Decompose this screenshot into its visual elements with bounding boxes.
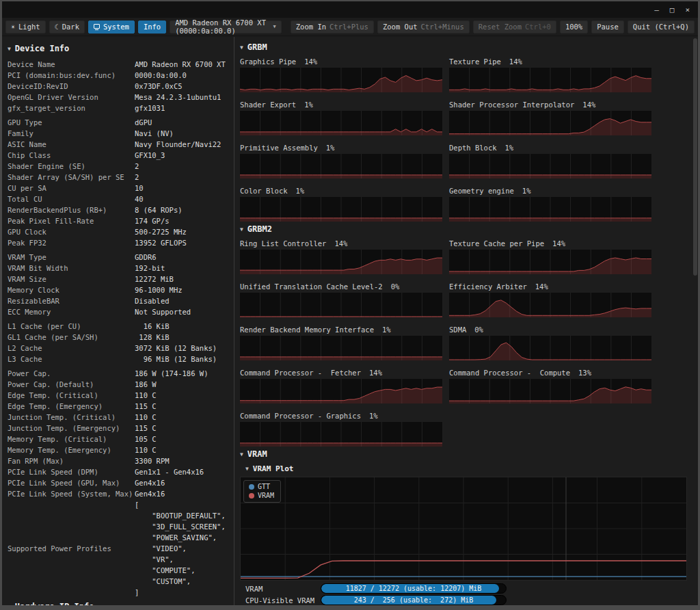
chart-value: 1% — [522, 187, 531, 195]
device-info-label: Peak FP32 — [8, 237, 135, 248]
section-title: GRBM2 — [247, 224, 272, 234]
chart-value: 0% — [391, 282, 400, 291]
device-info-value: Not Supported — [135, 306, 191, 317]
sparkline-chart — [240, 111, 442, 135]
minimize-icon[interactable]: — — [654, 6, 659, 14]
scrollbar[interactable] — [693, 38, 697, 604]
device-info-value: 115 C — [135, 423, 157, 434]
vram-plot-header[interactable]: ▼ VRAM Plot — [245, 464, 691, 473]
device-info-value: GFX10_3 — [135, 150, 165, 161]
vram-header[interactable]: ▼ VRAM — [240, 449, 691, 459]
chart-label-row: Ring List Controller14% — [240, 239, 442, 248]
device-info-row: CU per SA10 — [8, 183, 231, 194]
usage-bar-track: 243 / 256 (usable: 272) MiB — [321, 595, 507, 605]
button-shortcut: Ctrl+Plus — [329, 23, 368, 31]
device-info-row: OpenGL Driver VersionMesa 24.2.3-1ubuntu… — [8, 92, 231, 103]
legend-item-gtt[interactable]: GTT — [249, 483, 274, 490]
scrollbar-thumb[interactable] — [693, 38, 697, 276]
device-info-table: Device NameAMD Radeon RX 6700 XTPCI (dom… — [8, 59, 231, 598]
vram-plot-canvas — [241, 477, 686, 583]
quit-button[interactable]: Quit (Ctrl+Q) — [628, 21, 695, 34]
chart-value: 1% — [296, 187, 305, 195]
device-info-row: PCIe Link Speed (GPU, Max)Gen4x16 — [8, 477, 231, 488]
device-info-row: Junction Temp. (Emergency)115 C — [8, 423, 231, 434]
tab-info[interactable]: Info — [138, 21, 166, 34]
sparkline-chart — [449, 68, 651, 92]
metric-chart-texture-pipe: Texture Pipe14% — [449, 57, 651, 92]
pause-button[interactable]: Pause — [591, 21, 624, 34]
device-info-value: 10 — [135, 183, 144, 194]
device-info-value: 96 MiB (12 Banks) — [135, 354, 217, 364]
device-info-label: Edge Temp. (Emergency) — [8, 401, 135, 412]
theme-button-dark[interactable]: ☾Dark — [49, 21, 85, 34]
sparkline-chart — [449, 111, 651, 135]
usage-row-cpu-visible-vram: CPU-Visible VRAM243 / 256 (usable: 272) … — [245, 594, 691, 605]
metric-chart-color-block: Color Block1% — [240, 187, 442, 222]
device-info-label: L2 Cache — [8, 343, 135, 354]
legend-item-vram[interactable]: VRAM — [249, 492, 274, 499]
device-info-label: VRAM Bit Width — [8, 263, 135, 274]
hardware-ip-info-header[interactable]: ▸ Hardware IP Info — [8, 602, 231, 605]
device-info-row: Shader Array (SA/SH) per SE2 — [8, 172, 231, 183]
theme-button-system[interactable]: System — [88, 21, 135, 34]
usage-bar-text: 243 / 256 (usable: 272) MiB — [321, 596, 506, 605]
collapse-down-icon: ▼ — [240, 226, 243, 233]
section-header-grbm[interactable]: ▼GRBM — [240, 42, 691, 52]
sparkline-chart — [449, 379, 651, 403]
device-selector-value: AMD Radeon RX 6700 XT (0000:0a:00.0) — [175, 18, 268, 35]
device-info-value: 105 C — [135, 434, 157, 445]
app-window: — □ × ☀Light☾DarkSystem Info AMD Radeon … — [2, 1, 698, 605]
chart-label-row: Efficiency Arbiter14% — [449, 282, 651, 291]
device-info-value: Gen4x16 — [135, 488, 165, 499]
button-label: Zoom Out — [383, 23, 418, 31]
metric-chart-sdma: SDMA0% — [449, 326, 651, 360]
device-info-value: 96-1000 MHz — [135, 284, 183, 295]
device-info-value: 12272 MiB — [135, 274, 174, 284]
device-info-value: GDDR6 — [135, 252, 157, 263]
device-info-value: [ "BOOTUP_DEFAULT", "3D_FULL_SCREEN", "P… — [135, 499, 226, 598]
chart-label: Texture Cache per Pipe — [449, 239, 544, 248]
device-info-value: 0x73DF.0xC5 — [135, 81, 183, 92]
maximize-icon[interactable]: □ — [670, 6, 675, 14]
legend-label: VRAM — [258, 492, 274, 499]
toolbar: ☀Light☾DarkSystem Info AMD Radeon RX 670… — [2, 18, 698, 36]
chart-label-row: Texture Cache per Pipe14% — [449, 239, 651, 248]
device-info-label: ECC Memory — [8, 306, 135, 317]
device-info-label: PCIe Link Speed (DPM) — [8, 466, 135, 477]
close-icon[interactable]: × — [685, 6, 690, 14]
sparkline-chart — [240, 68, 442, 92]
metric-chart-depth-block: Depth Block1% — [449, 144, 651, 178]
theme-button-label: System — [103, 23, 129, 31]
device-selector[interactable]: AMD Radeon RX 6700 XT (0000:0a:00.0) ▼ — [170, 21, 282, 34]
zoom-out-button[interactable]: Zoom OutCtrl+Minus — [377, 21, 470, 34]
metrics-panel: ▼GRBMGraphics Pipe14%Texture Pipe14%Shad… — [234, 37, 698, 605]
device-info-label: OpenGL Driver Version — [8, 92, 135, 103]
chart-value: 14% — [509, 57, 522, 66]
device-info-value: 192-bit — [135, 263, 165, 274]
metric-chart-command-processor-fetcher: Command Processor - Fetcher14% — [240, 369, 442, 403]
hardware-ip-info-title: Hardware IP Info — [15, 602, 94, 605]
device-info-label: VRAM Size — [8, 274, 135, 284]
sparkline-chart — [240, 422, 442, 447]
device-info-value: 2 — [135, 161, 139, 172]
zoom-level-button[interactable]: 100% — [560, 21, 588, 34]
chart-value: 13% — [578, 369, 591, 377]
device-info-value: 3300 RPM — [135, 455, 170, 466]
chevron-down-icon: ▼ — [273, 24, 276, 29]
monitor-icon — [94, 24, 100, 29]
device-info-header[interactable]: ▼ Device Info — [8, 44, 231, 53]
device-info-value: Navi (NV) — [135, 128, 174, 139]
device-info-label: Junction Temp. (Critical) — [8, 412, 135, 423]
chart-label-row: Command Processor - Compute13% — [449, 369, 651, 377]
chart-label-row: Shader Export1% — [240, 101, 442, 109]
device-info-label: Power Cap. (Default) — [8, 379, 135, 390]
sparkline-chart — [449, 336, 651, 360]
metric-chart-render-backend-memory-interface: Render Backend Memory Interface1% — [240, 326, 442, 360]
theme-button-group: ☀Light☾DarkSystem — [5, 21, 135, 34]
theme-button-label: Light — [18, 23, 40, 31]
reset-zoom-button[interactable]: Reset ZoomCtrl+0 — [473, 21, 556, 34]
theme-button-light[interactable]: ☀Light — [5, 21, 46, 34]
vram-section: ▼ VRAM ▼ VRAM Plot GTTVRAM VRAM11827 / 1… — [240, 449, 691, 605]
zoom-in-button[interactable]: Zoom InCtrl+Plus — [291, 21, 374, 34]
section-header-grbm2[interactable]: ▼GRBM2 — [240, 224, 691, 234]
